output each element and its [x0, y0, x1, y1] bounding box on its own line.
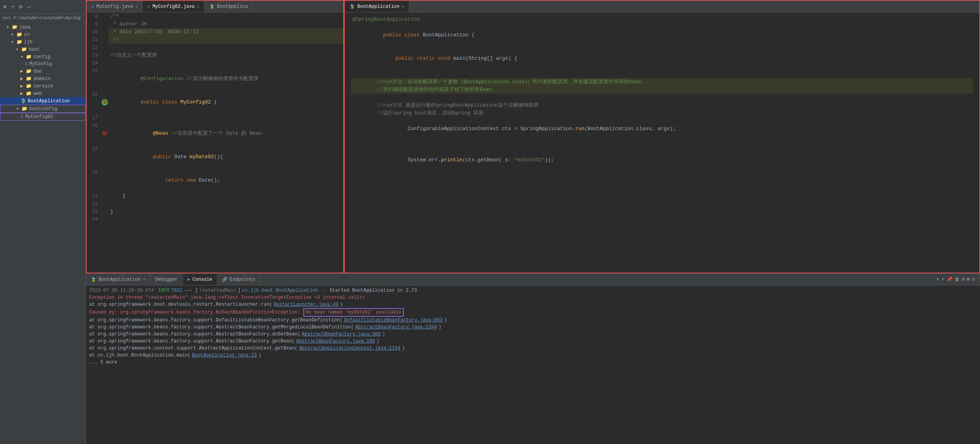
folder-icon: ▾ 📁 — [6, 24, 18, 30]
tree-item-cn[interactable]: ▾ 📁 cn — [0, 31, 86, 38]
stack-link-6[interactable]: BootApplication.java:23 — [192, 352, 257, 359]
code-line-24: 24 — [87, 216, 343, 223]
clear-icon[interactable]: 🗑 — [955, 276, 960, 282]
console-tab-endpoints[interactable]: 🔗 Endpoints — [217, 274, 260, 285]
caused-by-prefix: Caused by: org.springframework.beans.fac… — [89, 309, 300, 316]
tree-item-bootconfig[interactable]: ▾ 📁 bootconfig — [0, 105, 86, 113]
boot-tab-icon: 🍃 — [209, 4, 215, 9]
tree-item-ljh[interactable]: ▾ 📁 ljh — [0, 38, 86, 46]
boot-line-empty3 — [351, 141, 973, 148]
exception-text-1: Exception in thread "restartedMain" java… — [89, 294, 365, 301]
boot-code-editor[interactable]: @SpringBootApplication public class Boot… — [345, 12, 979, 273]
console-tab-bootapp[interactable]: 🍃 BootApplication ✕ — [86, 274, 150, 285]
tree-label-myconfig02: MyConfig02 — [25, 114, 53, 119]
copy-icon[interactable]: ⎘ — [962, 277, 965, 282]
format-icon[interactable]: ≡ — [972, 277, 975, 282]
pin-icon[interactable]: 📌 — [947, 276, 953, 282]
scroll-down-icon[interactable]: ⬇ — [941, 276, 944, 282]
tree-item-bootapplication[interactable]: 🍃 BootApplication — [0, 97, 86, 105]
boot-line-comment4: //运行spring boot项目，启动Spring 容器 — [351, 109, 973, 117]
console-toolbar-icons: ⬆ ⬇ 📌 🗑 ⎘ ⊞ ≡ — [932, 274, 980, 285]
split-icon[interactable]: ÷ — [11, 4, 14, 10]
console-tab-label-endpoints: Endpoints — [230, 277, 255, 282]
boot-line-comment2: //并扫描该配置类相同包中或其子包下的所有Bean. — [351, 86, 973, 94]
console-stack-more: ... 5 more — [89, 359, 977, 366]
boot-tab-label: BootApplication — [357, 4, 400, 9]
console-tab-debugger[interactable]: Debugger — [150, 274, 183, 285]
log-timestamp: 2023-07-30 11:29:39.674 — [89, 287, 154, 294]
console-exception-1: Exception in thread "restartedMain" java… — [89, 294, 977, 301]
log-pid: 7032 — [171, 287, 183, 294]
grid-icon[interactable]: ⊞ — [967, 276, 970, 282]
console-tab-label-console: Console — [192, 277, 212, 282]
settings-icon[interactable]: ⚙ — [19, 4, 22, 10]
endpoints-icon: 🔗 — [222, 277, 228, 282]
project-tree-panel: ⊕ ÷ ⚙ — ect F:\myCode\crazyCode\Spring ▾… — [0, 0, 86, 444]
code-editor[interactable]: 8 /** 9 * author JH 10 * date 2023/7/30 … — [87, 12, 343, 273]
tree-item-dao[interactable]: ▶ 📁 dao — [0, 68, 86, 75]
stack-link-2[interactable]: AbstractBeanFactory.java:1344 — [355, 324, 437, 331]
editor-tabs: c MyConfig.java ✕ c MyConfig02.java ✕ 🍃 … — [87, 1, 343, 12]
java-tab-icon: c — [91, 4, 94, 9]
project-tree: ▾ 📁 java ▾ 📁 cn ▾ 📁 ljh ▾ 📁 boot ▾ 📁 con… — [0, 22, 86, 444]
stack-link-4[interactable]: AbstractBeanFactory.java:208 — [296, 338, 375, 345]
tab-close-myconfig02[interactable]: ✕ — [197, 4, 199, 9]
tab-label-myconfig02: MyConfig02.java — [152, 4, 195, 9]
code-line-19: 19 public Date myDate02(){ — [87, 145, 343, 169]
java-file-icon: c — [25, 61, 28, 67]
minimize-icon[interactable]: — — [27, 4, 30, 10]
tab-boot-application[interactable]: 🍃 BootApplication ✕ — [345, 1, 409, 12]
tab-close-console[interactable]: ✕ — [143, 277, 145, 282]
tab-myconfig[interactable]: c MyConfig.java ✕ — [87, 1, 143, 12]
no-bean-highlight: No bean named 'myDate02' available — [303, 308, 404, 317]
tree-item-java[interactable]: ▾ 📁 java — [0, 23, 86, 31]
boot-editor-panel: 🍃 BootApplication ✕ @SpringBootApplicati… — [344, 0, 980, 273]
tab-bootapp[interactable]: 🍃 BootApplica — [204, 1, 253, 12]
code-line-18: 18 🫘 @Bean //在容器中配置了一个 Date 的 Bean — [87, 122, 343, 145]
console-tabs-bar: 🍃 BootApplication ✕ Debugger ▶ Console 🔗… — [86, 274, 980, 285]
tree-item-myconfig02[interactable]: c MyConfig02 — [0, 113, 86, 121]
stack-link-1[interactable]: DefaultListableBeanFactory.java:863 — [344, 317, 443, 324]
console-panel: 🍃 BootApplication ✕ Debugger ▶ Console 🔗… — [86, 273, 980, 444]
tree-label-domain: domain — [33, 76, 50, 82]
restart-launcher-link[interactable]: RestartLauncher.java:49 — [274, 301, 339, 308]
tree-item-myconfig[interactable]: c MyConfig — [0, 61, 86, 68]
tree-label-bootapplication: BootApplication — [28, 98, 70, 104]
boot-line-annotation: @SpringBootApplication — [351, 16, 973, 23]
folder-icon: ▶ 📁 — [20, 76, 32, 82]
scroll-up-icon[interactable]: ⬆ — [936, 276, 939, 282]
log-colon: : — [320, 287, 328, 294]
boot-line-ctx: ConfigurableApplicationContext ctx = Spr… — [351, 117, 973, 141]
tab-close-myconfig[interactable]: ✕ — [135, 4, 138, 9]
project-path: ect F:\myCode\crazyCode\Spring — [0, 14, 86, 22]
exception-text-2: at org.springframework.boot.devtools.res… — [89, 301, 272, 308]
tab-label-bootapp: BootApplica — [217, 4, 248, 9]
log-sep: --- [ — [184, 287, 198, 294]
tree-item-boot[interactable]: ▾ 📁 boot — [0, 46, 86, 53]
tree-item-domain[interactable]: ▶ 📁 domain — [0, 75, 86, 82]
tab-close-boot[interactable]: ✕ — [402, 4, 404, 9]
tree-item-web[interactable]: ▶ 📁 web — [0, 90, 86, 97]
console-stack-1: at org.springframework.beans.factory.sup… — [89, 317, 977, 324]
tree-item-config[interactable]: ▾ 📁 config — [0, 53, 86, 61]
console-stack-3: at org.springframework.beans.factory.sup… — [89, 331, 977, 338]
tab-myconfig02[interactable]: c MyConfig02.java ✕ — [143, 1, 204, 12]
tree-label-config: config — [33, 54, 50, 60]
console-caused-by: Caused by: org.springframework.beans.fac… — [89, 308, 977, 317]
boot-line-class: public class BootApplication { — [351, 23, 973, 47]
stack-link-5[interactable]: AbstractApplicationContext.java:1154 — [299, 345, 400, 352]
code-line-23: 23 } — [87, 208, 343, 216]
code-line-8: 8 /** — [87, 12, 343, 20]
console-log-line: 2023-07-30 11:29:39.674 INFO 7032 --- [ … — [89, 287, 977, 294]
tree-item-service[interactable]: ▶ 📁 service — [0, 82, 86, 90]
stack-link-3[interactable]: AbstractBeanFactory.java:309 — [302, 331, 381, 338]
console-tab-console[interactable]: ▶ Console — [183, 274, 217, 285]
console-tab-label-bootapp: BootApplication — [99, 277, 141, 282]
add-icon[interactable]: ⊕ — [3, 4, 6, 10]
boot-line-comment1: //run方法：自动加载该第一个参数（BootApplication.class… — [351, 78, 973, 86]
code-line-14: 14 — [87, 59, 343, 67]
more-text: ... 5 more — [89, 359, 117, 366]
boot-tab-icon2: 🍃 — [349, 4, 355, 9]
boot-line-empty1 — [351, 70, 973, 78]
bean-gutter-icon: 🫘 — [102, 130, 107, 137]
